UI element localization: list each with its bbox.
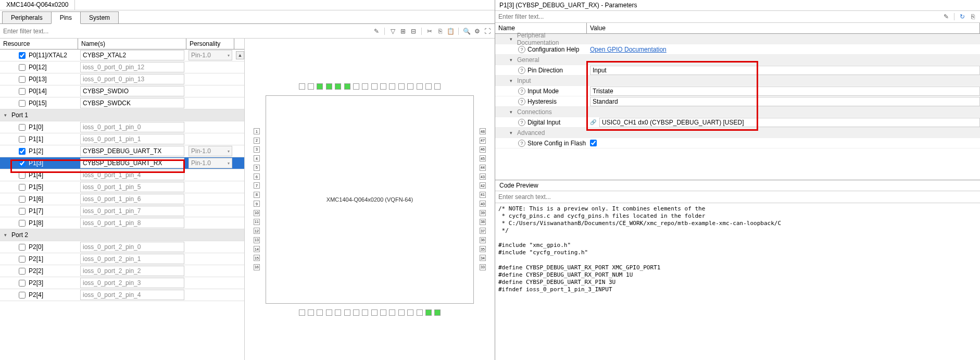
pin-box[interactable] [389, 309, 395, 316]
pin-box[interactable]: 6 [254, 173, 260, 180]
chip-diagram[interactable]: XMC1404-Q064x0200 (VQFN-64) 123456789101… [266, 95, 474, 304]
pin-checkbox[interactable] [19, 244, 26, 251]
pin-box[interactable]: 11 [254, 219, 260, 225]
help-icon[interactable]: ? [518, 140, 525, 147]
pin-box[interactable] [317, 83, 323, 90]
pin-checkbox[interactable] [19, 88, 26, 95]
pin-box[interactable]: 46 [480, 146, 486, 153]
pin-checkbox[interactable] [19, 196, 26, 203]
pin-row[interactable]: P1[5] [0, 181, 244, 193]
code-search-input[interactable] [495, 191, 980, 203]
pin-checkbox[interactable] [19, 100, 26, 107]
pin-row[interactable]: P1[2]Pin-1.0▾ [0, 145, 244, 157]
pin-box[interactable]: 10 [254, 210, 260, 216]
group-general[interactable]: ▾General [495, 55, 980, 65]
store-config-checkbox[interactable] [590, 140, 597, 146]
pin-box[interactable] [308, 83, 314, 90]
pin-box[interactable] [371, 309, 378, 316]
pin-row[interactable]: P2[2] [0, 265, 244, 277]
pin-checkbox[interactable] [19, 64, 26, 71]
personality-dropdown[interactable]: Pin-1.0▾ [189, 158, 232, 168]
paste-icon[interactable]: 📋 [446, 27, 455, 35]
pin-box[interactable]: 12 [254, 228, 260, 234]
pin-box[interactable]: 43 [480, 173, 486, 180]
pin-checkbox[interactable] [19, 256, 26, 263]
pin-checkbox[interactable] [19, 160, 26, 167]
pin-row[interactable]: P2[0] [0, 241, 244, 253]
copy-icon[interactable]: ⎘ [969, 13, 977, 21]
pin-row[interactable]: P2[4] [0, 289, 244, 301]
pin-box[interactable]: 42 [480, 182, 486, 189]
pin-box[interactable] [425, 83, 432, 90]
pin-name-input[interactable] [80, 86, 184, 96]
pin-checkbox[interactable] [19, 124, 26, 131]
pin-box[interactable] [417, 309, 423, 316]
pin-box[interactable] [389, 83, 395, 90]
pin-box[interactable] [434, 83, 441, 90]
expand-icon[interactable]: ⊞ [399, 27, 407, 35]
pin-row[interactable]: P1[8] [0, 217, 244, 229]
pin-checkbox[interactable] [19, 148, 26, 155]
gpio-doc-link[interactable]: Open GPIO Documentation [590, 46, 667, 53]
pin-box[interactable] [317, 309, 323, 316]
pin-checkbox[interactable] [19, 184, 26, 191]
pin-name-input[interactable] [80, 122, 184, 132]
collapse-icon[interactable]: ⊟ [409, 27, 418, 35]
pin-box[interactable]: 14 [254, 246, 260, 252]
pin-name-input[interactable] [80, 290, 184, 300]
clear-filter-icon[interactable]: ✎ [372, 27, 381, 35]
pin-box[interactable] [362, 83, 368, 90]
expander-icon[interactable]: ▾ [4, 232, 9, 238]
group-input[interactable]: ▾Input [495, 76, 980, 86]
help-icon[interactable]: ? [518, 98, 525, 105]
pin-box[interactable] [353, 83, 359, 90]
pin-name-input[interactable] [80, 158, 184, 168]
pin-row[interactable]: P0[11]/XTAL2Pin-1.0▾ [0, 49, 244, 61]
pin-row[interactable]: P0[12] [0, 61, 244, 73]
hysteresis-value[interactable]: Standard [590, 97, 980, 106]
pin-name-input[interactable] [80, 170, 184, 180]
input-mode-value[interactable]: Tristate [590, 86, 980, 96]
pin-box[interactable]: 40 [480, 201, 486, 207]
pin-box[interactable]: 41 [480, 192, 486, 198]
pin-box[interactable]: 36 [480, 237, 486, 243]
help-icon[interactable]: ? [518, 46, 525, 53]
pin-box[interactable] [299, 309, 305, 316]
group-advanced[interactable]: ▾Advanced [495, 128, 980, 138]
code-body[interactable]: /* NOTE: This is a preview only. It comb… [495, 203, 980, 360]
pin-box[interactable]: 39 [480, 210, 486, 216]
pin-checkbox[interactable] [19, 292, 26, 299]
scroll-up-arrow[interactable]: ▲ [236, 51, 244, 59]
personality-dropdown[interactable]: Pin-1.0▾ [189, 146, 232, 156]
tab-pins[interactable]: Pins [51, 11, 81, 24]
header-resource[interactable]: Resource [0, 39, 78, 49]
refresh-icon[interactable]: ↻ [958, 13, 966, 21]
pin-box[interactable] [407, 309, 413, 316]
param-filter-input[interactable] [495, 11, 939, 22]
pin-box[interactable]: 2 [254, 138, 260, 144]
pin-box[interactable]: 13 [254, 237, 260, 243]
param-header-value[interactable]: Value [587, 23, 980, 33]
pin-name-input[interactable] [80, 254, 184, 264]
pin-checkbox[interactable] [19, 136, 26, 143]
pin-row[interactable]: P0[14] [0, 85, 244, 97]
settings-icon[interactable]: ⚙ [473, 27, 481, 35]
clear-filter-icon[interactable]: ✎ [942, 13, 950, 21]
pin-name-input[interactable] [80, 206, 184, 216]
pin-box[interactable]: 1 [254, 128, 260, 134]
pin-checkbox[interactable] [19, 52, 26, 59]
pin-box[interactable] [344, 309, 350, 316]
pin-box[interactable] [398, 309, 405, 316]
device-tab[interactable]: XMC1404-Q064x0200 [0, 0, 75, 10]
pin-name-input[interactable] [80, 146, 184, 156]
pin-name-input[interactable] [80, 182, 184, 192]
search-icon[interactable]: 🔍 [462, 27, 471, 35]
pin-box[interactable] [425, 309, 432, 316]
pin-box[interactable]: 44 [480, 165, 486, 171]
pin-box[interactable]: 5 [254, 165, 260, 171]
pin-box[interactable] [353, 309, 359, 316]
pin-box[interactable]: 9 [254, 201, 260, 207]
header-personality[interactable]: Personality [186, 39, 234, 49]
pin-box[interactable]: 8 [254, 192, 260, 198]
cut-icon[interactable]: ✂ [425, 27, 434, 35]
